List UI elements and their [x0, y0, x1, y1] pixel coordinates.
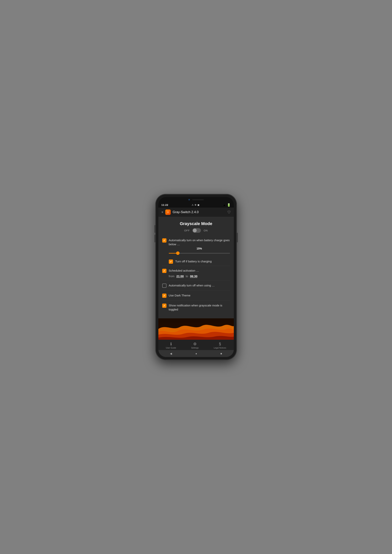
- from-label: from: [169, 275, 175, 278]
- main-content: Grayscale Mode OFF ON ✓ Automatically tu…: [158, 217, 234, 340]
- divider-3: [162, 291, 230, 291]
- notification-checkbox-label: Show notification when grayscale mode is…: [169, 303, 230, 312]
- battery-setting-item: ✓ Automatically turn on when battery cha…: [162, 236, 230, 258]
- schedule-setting-item: ✓ Scheduled activation … from 21:00 to 0…: [162, 267, 230, 280]
- divider-1: [162, 266, 230, 266]
- nav-user-guide[interactable]: ℹ User Guide: [166, 342, 176, 349]
- phone-screen: 11:22 ⚠ ⚙ ▣ ▲ 🔋 × i Gray-Switch 2.4.0 ♡: [158, 197, 234, 357]
- status-time: 11:22: [161, 203, 168, 206]
- battery-percent-label: 15%: [169, 247, 230, 251]
- phone-notch: [158, 197, 234, 202]
- power-button[interactable]: [237, 233, 238, 242]
- schedule-times-row: from 21:00 to 06:30: [162, 273, 230, 278]
- app-bar: × i Gray-Switch 2.4.0 ♡: [158, 208, 234, 217]
- camera-dot: [189, 199, 190, 201]
- apps-checkbox-label: Automatically turn off when using …: [169, 283, 215, 287]
- battery-checkbox-label: Automatically turn on when battery charg…: [169, 238, 230, 246]
- battery-check-icon: ✓: [163, 239, 166, 242]
- app-bar-left: × i Gray-Switch 2.4.0: [161, 209, 199, 215]
- favorite-button[interactable]: ♡: [227, 210, 231, 215]
- dark-theme-checkbox[interactable]: ✓: [162, 294, 167, 298]
- schedule-checkbox[interactable]: ✓: [162, 269, 167, 273]
- status-icons-right: ▲ 🔋: [223, 203, 231, 207]
- notification-checkbox[interactable]: ✓: [162, 304, 167, 308]
- speaker-bar: [192, 199, 204, 200]
- charging-check-icon: ✓: [170, 260, 172, 263]
- warning-icon: ⚠: [192, 204, 194, 206]
- charging-setting-item: ✓ Turn off if battery is charging: [162, 258, 230, 265]
- battery-slider-track: [169, 253, 230, 254]
- volume-down-button[interactable]: [154, 235, 155, 242]
- apps-setting-item: Automatically turn off when using …: [162, 281, 230, 290]
- charging-checkbox-label: Turn off if battery is charging: [175, 259, 212, 263]
- legal-icon: §: [219, 342, 221, 346]
- status-icons-left: ⚠ ⚙ ▣: [192, 204, 199, 206]
- dark-theme-checkbox-row: ✓ Use Dark Theme: [162, 293, 230, 298]
- grayscale-toggle[interactable]: [192, 228, 201, 233]
- battery-checkbox[interactable]: ✓: [162, 238, 167, 242]
- settings-status-icon: ⚙: [195, 204, 196, 206]
- schedule-checkbox-row: ✓ Scheduled activation …: [162, 269, 230, 273]
- toggle-on-label: ON: [203, 229, 208, 232]
- schedule-checkbox-label: Scheduled activation …: [169, 269, 199, 273]
- divider-4: [162, 300, 230, 301]
- user-guide-icon: ℹ: [170, 342, 172, 346]
- from-time[interactable]: 21:00: [176, 275, 184, 278]
- landscape-banner: [158, 318, 234, 340]
- phone-device: 11:22 ⚠ ⚙ ▣ ▲ 🔋 × i Gray-Switch 2.4.0 ♡: [156, 194, 237, 360]
- to-label: to: [186, 275, 188, 278]
- user-guide-label: User Guide: [166, 347, 176, 349]
- apps-checkbox[interactable]: [162, 284, 167, 288]
- to-time[interactable]: 06:30: [190, 275, 197, 278]
- notification-check-icon: ✓: [163, 304, 166, 307]
- divider-2: [162, 280, 230, 281]
- legal-label: Legal Notices: [214, 347, 226, 349]
- wave-svg: [158, 318, 234, 340]
- schedule-check-icon: ✓: [163, 270, 166, 272]
- apps-checkbox-row: Automatically turn off when using …: [162, 283, 230, 288]
- battery-icon: 🔋: [227, 203, 231, 207]
- back-button[interactable]: ◀: [170, 352, 172, 355]
- battery-slider-section: 15%: [162, 246, 230, 256]
- bottom-nav: ℹ User Guide ⚙ Settings § Legal Notices: [158, 340, 234, 350]
- nav-legal[interactable]: § Legal Notices: [214, 342, 226, 349]
- app-title: Gray-Switch 2.4.0: [173, 210, 199, 214]
- battery-slider-container: [169, 251, 230, 255]
- battery-checkbox-row: ✓ Automatically turn on when battery cha…: [162, 238, 230, 246]
- app-icon-text: i: [168, 211, 168, 214]
- dark-theme-checkbox-label: Use Dark Theme: [169, 293, 190, 298]
- notification-setting-item: ✓ Show notification when grayscale mode …: [162, 301, 230, 313]
- volume-up-button[interactable]: [154, 225, 155, 233]
- status-bar: 11:22 ⚠ ⚙ ▣ ▲ 🔋: [158, 202, 234, 208]
- toggle-off-label: OFF: [184, 229, 190, 232]
- page-title: Grayscale Mode: [158, 217, 234, 228]
- dark-theme-setting-item: ✓ Use Dark Theme: [162, 291, 230, 300]
- charging-checkbox-row: ✓ Turn off if battery is charging: [169, 259, 230, 264]
- settings-list: ✓ Automatically turn on when battery cha…: [158, 236, 234, 315]
- app-icon: i: [165, 209, 171, 215]
- recent-button[interactable]: ■: [220, 352, 222, 355]
- screenshot-icon: ▣: [197, 204, 199, 206]
- notification-checkbox-row: ✓ Show notification when grayscale mode …: [162, 303, 230, 312]
- charging-checkbox[interactable]: ✓: [169, 259, 173, 264]
- system-nav: ◀ ● ■: [158, 350, 234, 357]
- grayscale-toggle-row: OFF ON: [158, 228, 234, 236]
- signal-icon: ▲: [223, 203, 226, 207]
- close-button[interactable]: ×: [161, 210, 164, 214]
- settings-nav-label: Settings: [191, 347, 199, 349]
- home-button[interactable]: ●: [196, 352, 197, 355]
- battery-slider-thumb[interactable]: [176, 251, 180, 255]
- toggle-knob: [193, 229, 197, 232]
- settings-nav-icon: ⚙: [193, 342, 197, 346]
- dark-theme-check-icon: ✓: [163, 294, 166, 297]
- nav-settings[interactable]: ⚙ Settings: [191, 342, 199, 349]
